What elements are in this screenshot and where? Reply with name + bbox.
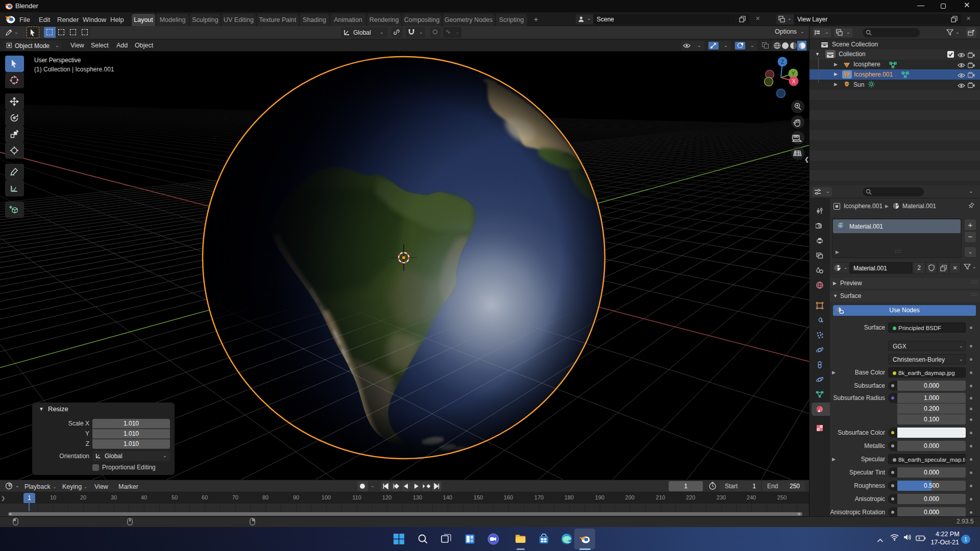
svg-text:Z: Z	[781, 59, 784, 65]
svg-text:Y: Y	[792, 71, 795, 77]
svg-text:X: X	[792, 79, 796, 84]
